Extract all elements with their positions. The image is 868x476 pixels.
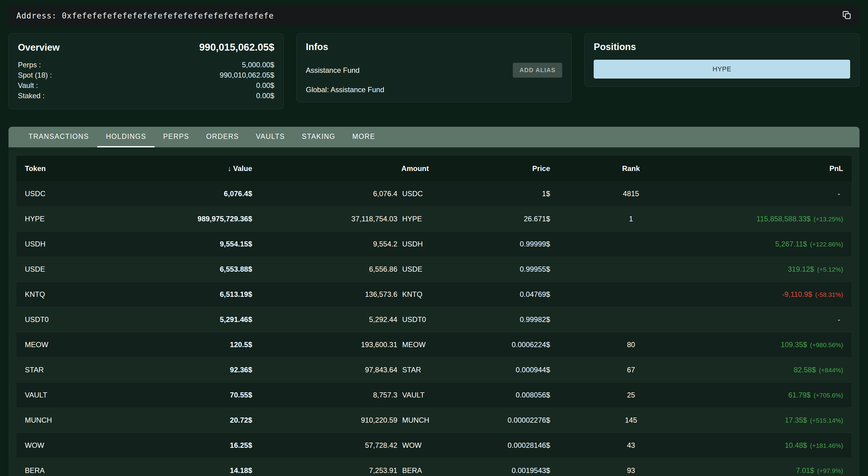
overview-row-label: Perps : <box>18 60 41 70</box>
tab[interactable]: HOLDINGS <box>97 127 155 147</box>
amount-number: 6,556.86 <box>369 265 397 273</box>
table-row[interactable]: VAULT 70.55$ 8,757.3 VAULT 0.008056$ 25 … <box>17 383 851 408</box>
overview-row: Spot (18) : 990,010,062.05$ <box>18 70 274 80</box>
pnl-value: 109.35$ <box>781 340 807 349</box>
table-row[interactable]: USDH 9,554.15$ 9,554.2 USDH 0.99999$ 5,2… <box>17 232 851 257</box>
cell-token: USDT0 <box>17 315 122 324</box>
table-row[interactable]: USDC 6,076.4$ 6,076.4 USDC 1$ 4815 - <box>17 181 851 206</box>
cell-value: 20.72$ <box>122 416 252 424</box>
summary-cards: Overview 990,015,062.05$ Perps : 5,000.0… <box>8 33 860 109</box>
pnl-percent: (+515.14%) <box>810 417 843 424</box>
tab[interactable]: MORE <box>344 127 383 147</box>
cell-token: MUNCH <box>17 416 122 424</box>
cell-price: 0.99999$ <box>429 240 550 248</box>
global-alias: Global: Assistance Fund <box>306 86 562 94</box>
overview-row-label: Staked : <box>18 91 44 101</box>
copy-icon <box>842 10 851 21</box>
column-header-rank[interactable]: Rank <box>550 164 712 173</box>
column-header-price[interactable]: Price <box>429 164 550 173</box>
overview-row-label: Spot (18) : <box>18 70 52 80</box>
cell-pnl: 61.79$(+705.6%) <box>712 391 851 399</box>
cell-pnl: - <box>712 189 851 198</box>
tab[interactable]: TRANSACTIONS <box>20 127 97 147</box>
alias-name: Assistance Fund <box>306 66 360 75</box>
amount-number: 910,220.59 <box>361 416 397 424</box>
table-row[interactable]: BERA 14.18$ 7,253.91 BERA 0.0019543$ 93 … <box>17 458 851 476</box>
cell-value: 16.25$ <box>122 441 252 450</box>
add-alias-button[interactable]: ADD ALIAS <box>513 63 562 78</box>
overview-row-value: 0.00$ <box>256 91 274 101</box>
table-row[interactable]: STAR 92.36$ 97,843.64 STAR 0.000944$ 67 … <box>17 357 851 383</box>
cell-rank: 1 <box>550 215 712 223</box>
cell-pnl: 115,858,588.33$(+13.25%) <box>712 215 851 223</box>
tab[interactable]: STAKING <box>293 127 344 147</box>
pnl-value: 319.12$ <box>788 265 814 273</box>
cell-rank: 67 <box>550 366 712 374</box>
cell-pnl: 7.01$(+97.9%) <box>712 466 851 475</box>
cell-value: 120.5$ <box>122 340 252 349</box>
amount-number: 193,600.31 <box>361 340 397 349</box>
pnl-value: 5,267.11$ <box>775 240 807 248</box>
column-header-value[interactable]: ↓Value <box>122 164 252 173</box>
table-header-row: Token ↓Value Amount Price Rank PnL <box>17 156 851 181</box>
infos-card: Infos Assistance Fund ADD ALIAS Global: … <box>297 33 571 102</box>
cell-price: 1$ <box>429 189 550 198</box>
tab[interactable]: VAULTS <box>247 127 293 147</box>
cell-amount: 37,118,754.03 HYPE <box>252 215 429 223</box>
tab[interactable]: ORDERS <box>197 127 247 147</box>
cell-value: 14.18$ <box>122 466 252 475</box>
amount-number: 6,076.4 <box>373 189 397 198</box>
app-root: Address: 0xfefefefefefefefefefefefefefef… <box>0 0 868 476</box>
position-token-button[interactable]: HYPE <box>594 60 850 79</box>
holdings-table: Token ↓Value Amount Price Rank PnL USDC … <box>8 147 860 476</box>
cell-rank: 43 <box>550 441 712 450</box>
tab[interactable]: PERPS <box>155 127 197 147</box>
cell-amount: 9,554.2 USDH <box>252 240 429 248</box>
pnl-value: 61.79$ <box>788 391 810 399</box>
column-header-amount[interactable]: Amount <box>252 164 429 173</box>
cell-price: 0.99982$ <box>429 315 550 324</box>
pnl-percent: (+705.6%) <box>814 392 843 399</box>
copy-address-button[interactable] <box>842 10 851 21</box>
column-header-pnl[interactable]: PnL <box>712 164 851 173</box>
cell-token: USDH <box>17 240 122 248</box>
table-row[interactable]: WOW 16.25$ 57,728.42 WOW 0.00028146$ 43 … <box>17 433 851 458</box>
amount-symbol: BERA <box>402 466 429 475</box>
cell-price: 0.008056$ <box>429 391 550 399</box>
cell-value: 989,975,729.36$ <box>122 215 252 223</box>
overview-row-value: 0.00$ <box>256 80 274 91</box>
cell-value: 9,554.15$ <box>122 240 252 248</box>
cell-amount: 6,556.86 USDE <box>252 265 429 273</box>
tab-bar: TRANSACTIONS HOLDINGS PERPS ORDERS VAULT… <box>8 127 860 147</box>
cell-price: 0.99955$ <box>429 265 550 273</box>
cell-pnl: - <box>712 315 851 324</box>
table-row[interactable]: HYPE 989,975,729.36$ 37,118,754.03 HYPE … <box>17 206 851 232</box>
overview-title: Overview <box>18 42 60 53</box>
pnl-percent: (+5.12%) <box>817 266 843 273</box>
amount-symbol: USDT0 <box>402 315 429 324</box>
amount-number: 9,554.2 <box>373 240 397 248</box>
amount-symbol: USDC <box>402 189 429 198</box>
overview-total-value: 990,015,062.05$ <box>199 41 274 53</box>
cell-token: HYPE <box>17 215 122 223</box>
cell-token: STAR <box>17 366 122 374</box>
pnl-value: 82.58$ <box>794 366 816 374</box>
amount-number: 136,573.6 <box>365 290 397 299</box>
cell-token: USDE <box>17 265 122 273</box>
pnl-percent: (+122.86%) <box>810 241 843 248</box>
amount-number: 7,253.91 <box>369 466 397 475</box>
table-row[interactable]: USDE 6,553.88$ 6,556.86 USDE 0.99955$ 31… <box>17 257 851 282</box>
table-row[interactable]: MUNCH 20.72$ 910,220.59 MUNCH 0.00002276… <box>17 408 851 433</box>
cell-price: 0.000944$ <box>429 366 550 374</box>
overview-row-value: 990,010,062.05$ <box>220 70 274 80</box>
column-header-token[interactable]: Token <box>17 164 122 173</box>
pnl-percent: (-58.31%) <box>815 291 843 298</box>
cell-value: 6,553.88$ <box>122 265 252 273</box>
cell-value: 92.36$ <box>122 366 252 374</box>
table-row[interactable]: MEOW 120.5$ 193,600.31 MEOW 0.0006224$ 8… <box>17 332 851 357</box>
table-row[interactable]: KNTQ 6,513.19$ 136,573.6 KNTQ 0.04769$ -… <box>17 282 851 307</box>
amount-symbol: MEOW <box>402 340 429 349</box>
cell-value: 70.55$ <box>122 391 252 399</box>
amount-symbol: MUNCH <box>402 416 429 424</box>
table-row[interactable]: USDT0 5,291.46$ 5,292.44 USDT0 0.99982$ … <box>17 307 851 332</box>
